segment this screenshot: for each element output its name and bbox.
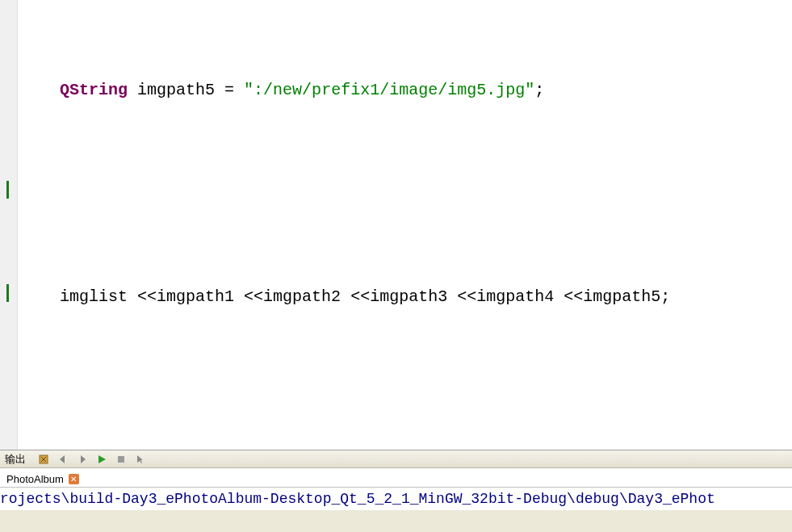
tab-label: PhotoAlbum — [6, 473, 64, 485]
change-marker — [6, 181, 9, 199]
output-toolbar: 输出 — [0, 450, 792, 468]
output-panel: 输出 PhotoAlbum ✕ rojects\build-Day3_ePhot… — [0, 450, 792, 532]
cursor-icon[interactable] — [134, 453, 147, 466]
next-icon[interactable] — [76, 453, 89, 466]
output-label: 输出 — [3, 452, 31, 467]
svg-marker-1 — [60, 455, 65, 463]
code-line: QString imgpath5 = ":/new/prefix1/image/… — [18, 77, 792, 103]
svg-marker-3 — [98, 455, 106, 463]
code-content[interactable]: QString imgpath5 = ":/new/prefix1/image/… — [18, 0, 792, 450]
change-marker — [6, 284, 9, 302]
code-line: imglist <<imgpath1 <<imgpath2 <<imgpath3… — [18, 284, 792, 310]
code-editor[interactable]: QString imgpath5 = ":/new/prefix1/image/… — [0, 0, 792, 450]
svg-marker-2 — [81, 455, 86, 463]
output-text[interactable]: rojects\build-Day3_ePhotoAlbum-Desktop_Q… — [0, 488, 792, 510]
stop-icon[interactable] — [115, 453, 128, 466]
output-tab[interactable]: PhotoAlbum ✕ — [0, 471, 86, 487]
run-icon[interactable] — [95, 453, 108, 466]
close-icon[interactable]: ✕ — [69, 474, 79, 484]
code-line — [18, 181, 792, 207]
output-tab-bar: PhotoAlbum ✕ — [0, 468, 792, 488]
svg-rect-4 — [118, 456, 124, 463]
editor-gutter — [0, 0, 18, 450]
code-line — [18, 387, 792, 413]
prev-icon[interactable] — [57, 453, 69, 466]
clear-icon[interactable] — [37, 453, 50, 466]
